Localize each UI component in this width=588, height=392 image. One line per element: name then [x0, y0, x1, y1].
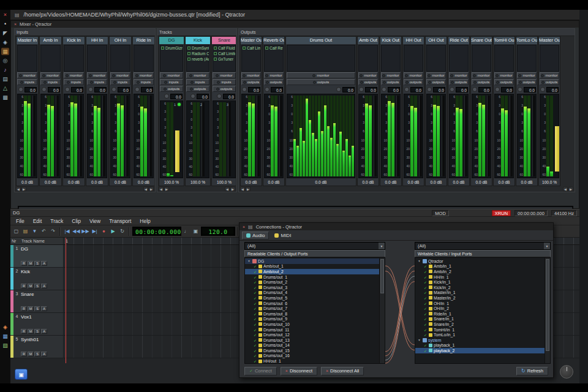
strip-outputs-button[interactable]: outputs: [494, 79, 514, 85]
plugin-item[interactable]: Calf Reverb: [265, 45, 283, 51]
strip-title-button[interactable]: DG: [159, 37, 184, 44]
strip-inputs-button[interactable]: inputs: [64, 79, 84, 85]
port-row-tomlo-in-1[interactable]: ✓TomLo/in_1: [415, 332, 550, 337]
volume-fader[interactable]: [510, 96, 513, 176]
new-session-icon[interactable]: ▢: [12, 227, 20, 236]
gain-value[interactable]: 0.0: [271, 87, 283, 92]
strip-title-button[interactable]: Amb Out: [358, 37, 379, 44]
chevron-down-icon[interactable]: ▼: [379, 243, 385, 249]
scroll-left-icon[interactable]: ◀: [563, 187, 568, 191]
volume-fader[interactable]: [464, 96, 467, 176]
strip-inputs-button[interactable]: inputs: [17, 79, 37, 85]
track-s-button[interactable]: S: [34, 329, 40, 334]
strip-outputs-button[interactable]: outputs: [449, 79, 469, 85]
strip-outputs-button[interactable]: outputs: [426, 79, 446, 85]
window-menu-icon[interactable]: ▤: [15, 12, 20, 18]
plugin-list[interactable]: [449, 45, 469, 72]
track-a-button[interactable]: A: [41, 261, 47, 266]
plugin-list[interactable]: [517, 45, 537, 72]
mixer-titlebar[interactable]: × Mixer - Qtractor: [11, 21, 579, 28]
gain-value[interactable]: 0.0: [48, 87, 60, 92]
gain-knob-icon[interactable]: [450, 87, 454, 92]
plugin-list[interactable]: [17, 45, 37, 72]
scroll-right-icon[interactable]: ▶: [149, 187, 154, 191]
volume-fader[interactable]: [257, 96, 260, 176]
track-r-button[interactable]: R: [21, 352, 27, 356]
gain-value[interactable]: 0.0: [118, 87, 130, 92]
port-row-amb-out-2[interactable]: ✓Amb/out_2: [245, 269, 385, 274]
port-row-hh-out-1[interactable]: ✓HH/out_1: [245, 358, 385, 364]
metronome-icon[interactable]: ♩: [183, 227, 190, 236]
menu-transport[interactable]: Transport: [105, 217, 135, 225]
gain-knob-icon[interactable]: [42, 87, 47, 92]
strip-monitor-button[interactable]: monitor: [472, 72, 491, 78]
gain-knob-icon[interactable]: [359, 87, 364, 92]
palette-icon[interactable]: ◈: [1, 323, 9, 331]
disconnect-all-button[interactable]: × Disconnect All: [321, 367, 364, 375]
volume-fader[interactable]: [419, 96, 422, 176]
strip-monitor-button[interactable]: monitor: [404, 72, 423, 78]
volume-fader[interactable]: [532, 96, 535, 176]
strip-title-button[interactable]: Reverb Ou: [263, 37, 284, 44]
follow-playhead-icon[interactable]: ▣: [192, 227, 200, 236]
undo-icon[interactable]: ↶: [40, 227, 48, 236]
rewind-icon[interactable]: ◀◀: [72, 227, 80, 236]
volume-fader[interactable]: [396, 96, 399, 176]
track-s-button[interactable]: S: [34, 284, 40, 288]
writable-list-scrollbar[interactable]: [545, 258, 550, 363]
port-row-kick-in-1[interactable]: ✓Kick/in_1: [415, 279, 550, 285]
strip-outputs-button[interactable]: outputs: [241, 79, 261, 85]
gain-knob-icon[interactable]: [404, 87, 409, 92]
forward-end-icon[interactable]: ▶|: [91, 227, 99, 236]
tab-midi[interactable]: MIDI: [270, 232, 295, 239]
strip-title-button[interactable]: Master In: [17, 37, 38, 44]
menu-clip[interactable]: Clip: [67, 217, 85, 225]
track-s-button[interactable]: S: [34, 352, 40, 356]
strip-inputs-button[interactable]: inputs: [134, 79, 154, 85]
track-a-button[interactable]: A: [41, 329, 47, 334]
save-session-icon[interactable]: ▼: [31, 227, 39, 236]
plugin-list[interactable]: [87, 45, 107, 72]
plugin-list[interactable]: [381, 45, 401, 72]
dot-icon[interactable]: •: [1, 20, 9, 28]
port-row-drums-out-1[interactable]: ✓Drums/out_1: [245, 274, 385, 280]
gain-value[interactable]: 0.0: [24, 87, 37, 92]
expander-icon[interactable]: ▼: [247, 259, 251, 263]
strip-outputs-button[interactable]: outputs: [287, 79, 355, 85]
port-row-drums-out-11[interactable]: ✓Drums/out_11: [245, 327, 385, 333]
port-row-drums-out-2[interactable]: ✓Drums/out_2: [245, 279, 385, 285]
fast-forward-icon[interactable]: ▶▶: [81, 227, 89, 236]
readable-filter-combo[interactable]: (All) ▼: [244, 242, 385, 250]
draw-tool-icon[interactable]: ◈: [1, 39, 9, 46]
rewind-start-icon[interactable]: |◀: [63, 227, 71, 236]
strip-title-button[interactable]: Master Ou: [539, 37, 560, 44]
volume-fader[interactable]: [56, 96, 59, 176]
list-tool-icon[interactable]: ▤: [1, 75, 9, 83]
port-row-drums-out-15[interactable]: ✓Drums/out_15: [245, 348, 385, 353]
port-row-playback-1[interactable]: ✓playback_1: [415, 343, 550, 349]
playhead-cursor[interactable]: [66, 238, 66, 363]
port-row-playback-2[interactable]: ✓playback_2: [415, 348, 550, 353]
track-r-button[interactable]: R: [21, 306, 27, 311]
scroll-left-icon[interactable]: ◀: [143, 187, 148, 191]
port-row-hh-in-1[interactable]: ✓HH/in_1: [415, 274, 550, 280]
volume-fader[interactable]: [32, 96, 36, 176]
track-a-button[interactable]: A: [41, 306, 47, 311]
writable-filter-combo[interactable]: (All) ▼: [415, 242, 551, 250]
menu-track[interactable]: Track: [46, 217, 67, 225]
port-row-snare-in-2[interactable]: ✓Snare/in_2: [415, 322, 550, 327]
gain-knob-icon[interactable]: [472, 87, 477, 92]
gain-knob-icon[interactable]: [495, 87, 500, 92]
connections-titlebar[interactable]: × ▤ Connections - Qtractor: [239, 223, 553, 230]
plugin-list[interactable]: [287, 45, 355, 72]
gain-knob-icon[interactable]: [190, 94, 195, 99]
strip-monitor-button[interactable]: monitor: [449, 72, 469, 78]
plugin-list[interactable]: [426, 45, 446, 72]
plugin-list[interactable]: [358, 45, 378, 72]
gain-value[interactable]: 0.0: [342, 87, 355, 92]
track-m-button[interactable]: M: [28, 306, 34, 311]
port-row-ride-in-1[interactable]: ✓Ride/in_1: [415, 311, 550, 317]
strip-title-button[interactable]: HH In: [86, 37, 108, 44]
files-icon[interactable]: ▦: [1, 333, 9, 340]
track-a-button[interactable]: A: [41, 352, 47, 356]
